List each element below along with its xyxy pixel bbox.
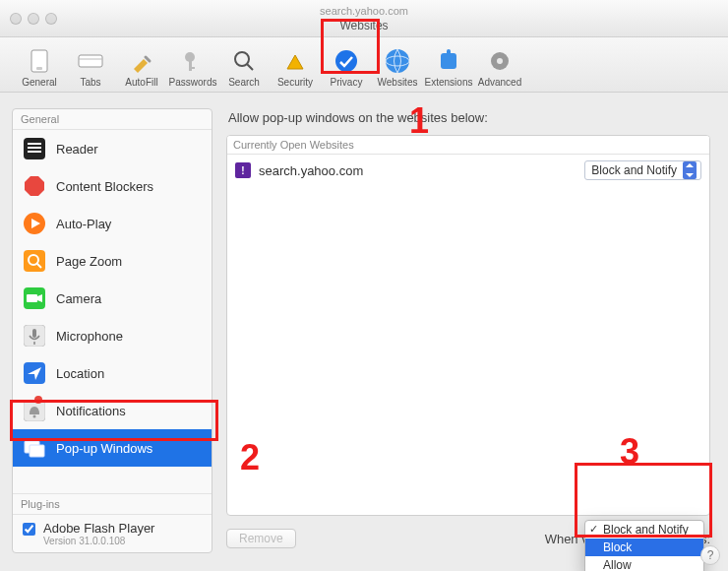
svg-rect-10 [441, 53, 456, 69]
camera-icon [23, 286, 46, 310]
svg-rect-16 [28, 147, 41, 149]
window-title: search.yahoo.com Websites [0, 4, 728, 32]
svg-rect-11 [447, 49, 451, 55]
notification-badge [34, 396, 42, 404]
sidebar-item-notifications[interactable]: Notifications [13, 392, 212, 429]
autofill-icon [129, 48, 154, 74]
sidebar-item-label: Camera [56, 291, 101, 306]
sidebar-item-label: Pop-up Windows [56, 441, 152, 456]
plugin-name: Adobe Flash Player [43, 521, 154, 536]
site-name: search.yahoo.com [259, 163, 576, 178]
sidebar-item-microphone[interactable]: Microphone [13, 317, 212, 354]
plugin-row-flash[interactable]: Adobe Flash Player Version 31.0.0.108 [13, 515, 212, 552]
svg-point-6 [235, 52, 249, 66]
preferences-toolbar: General Tabs AutoFill Passwords Search S… [0, 37, 728, 93]
sidebar-item-label: Content Blockers [56, 179, 153, 194]
sidebar-item-label: Reader [56, 142, 98, 157]
help-button[interactable]: ? [700, 545, 720, 565]
tab-advanced[interactable]: Advanced [474, 48, 525, 92]
site-policy-value: Block and Notify [591, 163, 677, 177]
dropdown-option-block-and-notify[interactable]: Block and Notify [585, 521, 703, 539]
gear-icon [487, 48, 513, 74]
stop-icon [23, 174, 46, 198]
svg-rect-33 [30, 445, 44, 457]
annotation-callout-3: 3 [620, 431, 639, 473]
annotation-callout-1: 1 [409, 100, 429, 142]
sidebar-item-auto-play[interactable]: Auto-Play [13, 205, 212, 242]
tab-search[interactable]: Search [218, 48, 270, 92]
tab-security[interactable]: Security [270, 48, 321, 92]
content-heading: Allow pop-up windows on the websites bel… [228, 110, 708, 125]
popup-icon [23, 436, 46, 460]
svg-rect-24 [27, 294, 37, 302]
tab-general[interactable]: General [14, 48, 65, 92]
sidebar-group-general: General [13, 109, 212, 130]
sidebar-item-content-blockers[interactable]: Content Blockers [13, 167, 212, 205]
globe-icon [385, 48, 410, 74]
dropdown-option-allow[interactable]: Allow [585, 556, 703, 571]
sidebar-group-plugins: Plug-ins [13, 493, 212, 515]
security-icon [282, 48, 308, 74]
reader-icon [23, 137, 46, 160]
svg-marker-18 [25, 176, 44, 196]
microphone-icon [23, 324, 46, 348]
titlebar: search.yahoo.com Websites [0, 0, 728, 37]
play-icon [23, 212, 46, 235]
tab-extensions[interactable]: Extensions [423, 48, 474, 92]
extensions-icon [436, 48, 461, 74]
stepper-arrows-icon [683, 161, 697, 179]
svg-rect-1 [36, 67, 42, 70]
remove-button[interactable]: Remove [226, 529, 296, 548]
sidebar-item-camera[interactable]: Camera [13, 280, 212, 317]
svg-point-31 [33, 415, 36, 418]
sidebar-item-reader[interactable]: Reader [13, 130, 212, 167]
default-policy-dropdown[interactable]: Block and Notify Block Allow [584, 520, 704, 571]
content-pane: Allow pop-up windows on the websites bel… [226, 108, 710, 553]
sidebar-item-label: Notifications [56, 404, 126, 418]
sidebar-item-label: Auto-Play [56, 217, 111, 231]
general-icon [27, 48, 52, 74]
sidebar-item-location[interactable]: Location [13, 354, 212, 392]
tab-websites[interactable]: Websites [372, 48, 423, 92]
site-policy-select[interactable]: Block and Notify [584, 160, 701, 180]
preferences-window: search.yahoo.com Websites General Tabs A… [0, 0, 728, 571]
sidebar-item-label: Page Zoom [56, 254, 122, 269]
dropdown-option-block[interactable]: Block [585, 539, 703, 556]
svg-rect-2 [79, 55, 102, 67]
svg-rect-21 [24, 250, 45, 272]
sidebar-item-popup-windows[interactable]: Pop-up Windows [13, 429, 212, 467]
tab-tabs[interactable]: Tabs [65, 48, 116, 92]
table-header: Currently Open Websites [227, 136, 709, 155]
svg-point-7 [335, 50, 357, 72]
tab-autofill[interactable]: AutoFill [116, 48, 167, 92]
sidebar-item-label: Location [56, 366, 104, 381]
zoom-icon [23, 249, 46, 273]
tabs-icon [78, 48, 103, 74]
search-icon [231, 48, 257, 74]
sidebar-item-page-zoom[interactable]: Page Zoom [13, 242, 212, 280]
annotation-callout-2: 2 [240, 437, 260, 478]
window-url-hint: search.yahoo.com [0, 4, 728, 18]
favicon-icon [235, 162, 251, 178]
plugin-version: Version 31.0.0.108 [43, 536, 154, 546]
key-icon [180, 48, 206, 74]
plugin-enable-checkbox[interactable] [23, 523, 35, 536]
tab-passwords[interactable]: Passwords [167, 48, 218, 92]
svg-point-3 [185, 52, 195, 62]
svg-rect-17 [28, 151, 41, 153]
svg-point-13 [497, 58, 503, 64]
table-row[interactable]: search.yahoo.com Block and Notify [227, 155, 709, 186]
window-subtitle: Websites [0, 19, 728, 32]
svg-rect-4 [189, 61, 192, 71]
sidebar: General Reader Content Blockers Auto-Pla… [12, 108, 212, 553]
privacy-icon [334, 48, 359, 74]
svg-rect-5 [189, 67, 195, 69]
svg-rect-27 [32, 329, 36, 338]
location-icon [23, 361, 46, 385]
svg-point-8 [386, 49, 409, 73]
tab-privacy[interactable]: Privacy [321, 48, 372, 92]
sidebar-item-label: Microphone [56, 329, 123, 344]
svg-rect-15 [28, 143, 41, 145]
bell-icon [23, 399, 46, 422]
